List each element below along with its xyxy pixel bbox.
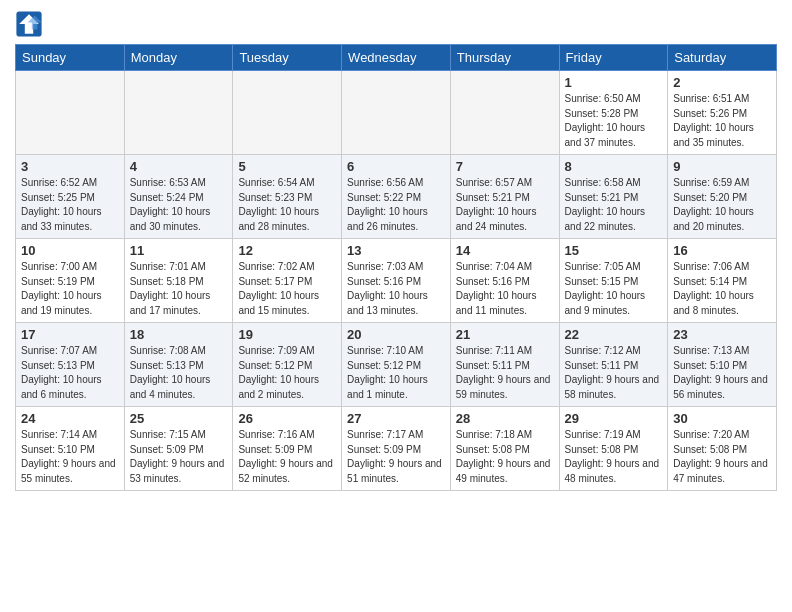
- day-info: Sunrise: 7:01 AM Sunset: 5:18 PM Dayligh…: [130, 260, 228, 318]
- logo-icon: [15, 10, 43, 38]
- day-info: Sunrise: 6:52 AM Sunset: 5:25 PM Dayligh…: [21, 176, 119, 234]
- day-number: 28: [456, 411, 554, 426]
- day-number: 18: [130, 327, 228, 342]
- day-number: 6: [347, 159, 445, 174]
- day-info: Sunrise: 7:11 AM Sunset: 5:11 PM Dayligh…: [456, 344, 554, 402]
- day-info: Sunrise: 7:10 AM Sunset: 5:12 PM Dayligh…: [347, 344, 445, 402]
- day-number: 15: [565, 243, 663, 258]
- weekday-header-monday: Monday: [124, 45, 233, 71]
- day-number: 9: [673, 159, 771, 174]
- day-number: 3: [21, 159, 119, 174]
- calendar-week-row: 1Sunrise: 6:50 AM Sunset: 5:28 PM Daylig…: [16, 71, 777, 155]
- day-number: 17: [21, 327, 119, 342]
- calendar-cell: 21Sunrise: 7:11 AM Sunset: 5:11 PM Dayli…: [450, 323, 559, 407]
- day-info: Sunrise: 7:12 AM Sunset: 5:11 PM Dayligh…: [565, 344, 663, 402]
- weekday-header-tuesday: Tuesday: [233, 45, 342, 71]
- calendar-week-row: 17Sunrise: 7:07 AM Sunset: 5:13 PM Dayli…: [16, 323, 777, 407]
- calendar-cell: 22Sunrise: 7:12 AM Sunset: 5:11 PM Dayli…: [559, 323, 668, 407]
- day-number: 4: [130, 159, 228, 174]
- calendar-cell: 2Sunrise: 6:51 AM Sunset: 5:26 PM Daylig…: [668, 71, 777, 155]
- day-info: Sunrise: 7:05 AM Sunset: 5:15 PM Dayligh…: [565, 260, 663, 318]
- calendar-cell: [342, 71, 451, 155]
- calendar-cell: [16, 71, 125, 155]
- day-number: 19: [238, 327, 336, 342]
- day-number: 27: [347, 411, 445, 426]
- calendar-cell: 23Sunrise: 7:13 AM Sunset: 5:10 PM Dayli…: [668, 323, 777, 407]
- day-info: Sunrise: 7:16 AM Sunset: 5:09 PM Dayligh…: [238, 428, 336, 486]
- day-info: Sunrise: 6:56 AM Sunset: 5:22 PM Dayligh…: [347, 176, 445, 234]
- day-info: Sunrise: 6:51 AM Sunset: 5:26 PM Dayligh…: [673, 92, 771, 150]
- calendar-cell: 29Sunrise: 7:19 AM Sunset: 5:08 PM Dayli…: [559, 407, 668, 491]
- calendar-cell: 13Sunrise: 7:03 AM Sunset: 5:16 PM Dayli…: [342, 239, 451, 323]
- day-number: 8: [565, 159, 663, 174]
- day-number: 20: [347, 327, 445, 342]
- calendar-table: SundayMondayTuesdayWednesdayThursdayFrid…: [15, 44, 777, 491]
- day-number: 23: [673, 327, 771, 342]
- day-info: Sunrise: 7:18 AM Sunset: 5:08 PM Dayligh…: [456, 428, 554, 486]
- weekday-header-row: SundayMondayTuesdayWednesdayThursdayFrid…: [16, 45, 777, 71]
- calendar-week-row: 10Sunrise: 7:00 AM Sunset: 5:19 PM Dayli…: [16, 239, 777, 323]
- day-number: 10: [21, 243, 119, 258]
- day-number: 5: [238, 159, 336, 174]
- day-number: 24: [21, 411, 119, 426]
- day-info: Sunrise: 6:59 AM Sunset: 5:20 PM Dayligh…: [673, 176, 771, 234]
- day-number: 13: [347, 243, 445, 258]
- day-number: 21: [456, 327, 554, 342]
- logo: [15, 10, 47, 38]
- day-number: 22: [565, 327, 663, 342]
- calendar-cell: [124, 71, 233, 155]
- day-number: 1: [565, 75, 663, 90]
- day-info: Sunrise: 7:03 AM Sunset: 5:16 PM Dayligh…: [347, 260, 445, 318]
- calendar-cell: 26Sunrise: 7:16 AM Sunset: 5:09 PM Dayli…: [233, 407, 342, 491]
- calendar-cell: 17Sunrise: 7:07 AM Sunset: 5:13 PM Dayli…: [16, 323, 125, 407]
- calendar-cell: 19Sunrise: 7:09 AM Sunset: 5:12 PM Dayli…: [233, 323, 342, 407]
- day-info: Sunrise: 7:15 AM Sunset: 5:09 PM Dayligh…: [130, 428, 228, 486]
- calendar-cell: 1Sunrise: 6:50 AM Sunset: 5:28 PM Daylig…: [559, 71, 668, 155]
- day-info: Sunrise: 7:08 AM Sunset: 5:13 PM Dayligh…: [130, 344, 228, 402]
- day-number: 30: [673, 411, 771, 426]
- calendar-cell: 6Sunrise: 6:56 AM Sunset: 5:22 PM Daylig…: [342, 155, 451, 239]
- calendar-cell: 30Sunrise: 7:20 AM Sunset: 5:08 PM Dayli…: [668, 407, 777, 491]
- day-info: Sunrise: 7:20 AM Sunset: 5:08 PM Dayligh…: [673, 428, 771, 486]
- calendar-cell: 4Sunrise: 6:53 AM Sunset: 5:24 PM Daylig…: [124, 155, 233, 239]
- day-info: Sunrise: 6:58 AM Sunset: 5:21 PM Dayligh…: [565, 176, 663, 234]
- calendar-cell: 9Sunrise: 6:59 AM Sunset: 5:20 PM Daylig…: [668, 155, 777, 239]
- day-info: Sunrise: 7:00 AM Sunset: 5:19 PM Dayligh…: [21, 260, 119, 318]
- day-number: 7: [456, 159, 554, 174]
- weekday-header-saturday: Saturday: [668, 45, 777, 71]
- day-number: 14: [456, 243, 554, 258]
- day-info: Sunrise: 7:07 AM Sunset: 5:13 PM Dayligh…: [21, 344, 119, 402]
- day-number: 12: [238, 243, 336, 258]
- calendar-cell: 25Sunrise: 7:15 AM Sunset: 5:09 PM Dayli…: [124, 407, 233, 491]
- day-info: Sunrise: 7:17 AM Sunset: 5:09 PM Dayligh…: [347, 428, 445, 486]
- day-info: Sunrise: 7:09 AM Sunset: 5:12 PM Dayligh…: [238, 344, 336, 402]
- calendar-cell: 11Sunrise: 7:01 AM Sunset: 5:18 PM Dayli…: [124, 239, 233, 323]
- day-info: Sunrise: 6:57 AM Sunset: 5:21 PM Dayligh…: [456, 176, 554, 234]
- day-info: Sunrise: 6:54 AM Sunset: 5:23 PM Dayligh…: [238, 176, 336, 234]
- calendar-cell: 28Sunrise: 7:18 AM Sunset: 5:08 PM Dayli…: [450, 407, 559, 491]
- day-number: 11: [130, 243, 228, 258]
- calendar-cell: 12Sunrise: 7:02 AM Sunset: 5:17 PM Dayli…: [233, 239, 342, 323]
- calendar-cell: 3Sunrise: 6:52 AM Sunset: 5:25 PM Daylig…: [16, 155, 125, 239]
- weekday-header-friday: Friday: [559, 45, 668, 71]
- day-info: Sunrise: 7:04 AM Sunset: 5:16 PM Dayligh…: [456, 260, 554, 318]
- calendar-cell: 10Sunrise: 7:00 AM Sunset: 5:19 PM Dayli…: [16, 239, 125, 323]
- day-info: Sunrise: 6:50 AM Sunset: 5:28 PM Dayligh…: [565, 92, 663, 150]
- day-number: 25: [130, 411, 228, 426]
- calendar-cell: 7Sunrise: 6:57 AM Sunset: 5:21 PM Daylig…: [450, 155, 559, 239]
- day-number: 26: [238, 411, 336, 426]
- calendar-cell: 8Sunrise: 6:58 AM Sunset: 5:21 PM Daylig…: [559, 155, 668, 239]
- weekday-header-wednesday: Wednesday: [342, 45, 451, 71]
- day-info: Sunrise: 7:02 AM Sunset: 5:17 PM Dayligh…: [238, 260, 336, 318]
- calendar-cell: [450, 71, 559, 155]
- calendar-week-row: 24Sunrise: 7:14 AM Sunset: 5:10 PM Dayli…: [16, 407, 777, 491]
- calendar-cell: 27Sunrise: 7:17 AM Sunset: 5:09 PM Dayli…: [342, 407, 451, 491]
- day-number: 2: [673, 75, 771, 90]
- day-info: Sunrise: 6:53 AM Sunset: 5:24 PM Dayligh…: [130, 176, 228, 234]
- weekday-header-sunday: Sunday: [16, 45, 125, 71]
- day-info: Sunrise: 7:06 AM Sunset: 5:14 PM Dayligh…: [673, 260, 771, 318]
- header: [15, 10, 777, 38]
- calendar-cell: 16Sunrise: 7:06 AM Sunset: 5:14 PM Dayli…: [668, 239, 777, 323]
- calendar-cell: 20Sunrise: 7:10 AM Sunset: 5:12 PM Dayli…: [342, 323, 451, 407]
- calendar-cell: 18Sunrise: 7:08 AM Sunset: 5:13 PM Dayli…: [124, 323, 233, 407]
